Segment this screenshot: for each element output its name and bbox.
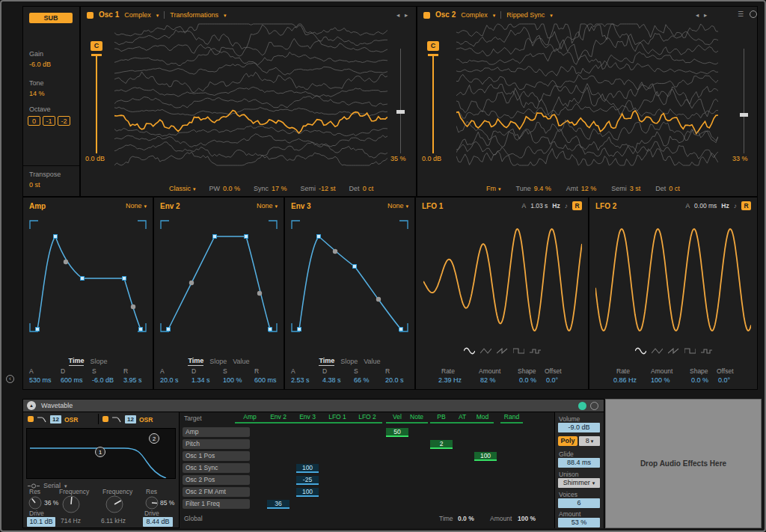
sub-transpose-value[interactable]: 0 st [29, 181, 40, 189]
filter2-freq-value[interactable]: 6.11 kHz [101, 517, 126, 525]
note-icon[interactable]: ♪ [734, 202, 737, 210]
poly-voices-dropdown[interactable]: 8▾ [579, 436, 600, 446]
lfo2-amount-value[interactable]: 100 % [651, 376, 670, 385]
lfo1-rate-value[interactable]: 2.39 Hz [438, 376, 462, 385]
lfo-shape-sine-icon[interactable] [635, 347, 646, 355]
lfo-shape-square-icon[interactable] [513, 347, 524, 355]
osc2-gain-fader[interactable] [432, 55, 434, 153]
osc1-semi-value[interactable]: -12 st [319, 185, 336, 193]
lfo1-hz-toggle[interactable]: Hz [552, 202, 560, 210]
sub-octave-minus2-button[interactable]: -2 [58, 116, 70, 126]
osc1-wavetable-dropdown[interactable]: Transformations [170, 11, 218, 19]
env2-a-value[interactable]: 20.0 s [160, 376, 179, 385]
matrix-cell-osc1pos-mod[interactable]: 100 [474, 452, 497, 461]
lfo2-wave-display[interactable] [595, 220, 751, 343]
drop-audio-effects-area[interactable]: Drop Audio Effects Here [605, 399, 762, 528]
lfo1-attack-value[interactable]: 1.03 s [530, 202, 548, 210]
osc2-det-value[interactable]: 0 ct [669, 185, 680, 193]
filter-routing-dropdown[interactable]: Serial [43, 482, 61, 490]
filter2-marker[interactable]: 2 [153, 435, 156, 442]
osc2-wavetable-dropdown[interactable]: Ripped Sync [506, 11, 545, 19]
device-collapse-toggle-icon[interactable]: ‹ [6, 375, 14, 383]
osc2-enable-toggle[interactable] [423, 12, 430, 19]
matrix-row-osc2-fm-amt[interactable]: Osc 2 FM Amt [183, 487, 250, 497]
env2-routing-dropdown[interactable]: None [257, 202, 273, 210]
filter2-slope-toggle[interactable]: 12 [125, 415, 136, 424]
amp-a-value[interactable]: 530 ms [29, 376, 52, 385]
osc2-gain-value[interactable]: 0.0 dB [422, 155, 441, 163]
matrix-row-osc1-sync[interactable]: Osc 1 Sync [183, 463, 250, 473]
osc1-det-value[interactable]: 0 ct [363, 185, 374, 193]
osc1-gain-value[interactable]: 0.0 dB [85, 155, 105, 163]
tab-slope[interactable]: Slope [340, 357, 358, 366]
lfo1-retrigger-button[interactable]: R [572, 201, 582, 210]
tab-slope[interactable]: Slope [209, 357, 227, 366]
matrix-row-filter1-freq[interactable]: Filter 1 Freq [183, 499, 250, 509]
sub-octave-0-button[interactable]: 0 [28, 116, 40, 126]
env3-display[interactable] [289, 215, 411, 353]
volume-value[interactable]: -9.0 dB [558, 423, 600, 432]
matrix-col-at[interactable]: AT [451, 413, 474, 424]
osc2-wavetable-display[interactable] [456, 22, 718, 171]
filter1-freq-knob[interactable] [61, 494, 82, 515]
env2-s-value[interactable]: 100 % [223, 376, 242, 385]
osc1-note-box[interactable]: C [91, 41, 102, 51]
env2-r-value[interactable]: 600 ms [254, 376, 277, 385]
osc2-tune-value[interactable]: 9.4 % [534, 185, 551, 193]
amp-r-value[interactable]: 3.95 s [123, 376, 142, 385]
note-icon[interactable]: ♪ [565, 202, 568, 210]
tab-value[interactable]: Value [364, 357, 380, 366]
osc1-wavetable-display[interactable] [114, 22, 387, 171]
menu-icon[interactable]: ☰ [738, 10, 744, 19]
save-preset-icon[interactable] [590, 402, 598, 410]
osc1-gain-fader-handle[interactable] [91, 54, 102, 56]
env3-r-value[interactable]: 20.0 s [385, 376, 404, 385]
matrix-row-amp[interactable]: Amp [183, 427, 250, 437]
lfo2-hz-toggle[interactable]: Hz [721, 202, 729, 210]
matrix-time-value[interactable]: 0.0 % [458, 515, 474, 522]
osc2-position-value[interactable]: 33 % [732, 155, 748, 163]
osc2-gain-fader-handle[interactable] [428, 54, 438, 56]
osc2-category-dropdown[interactable]: Complex [461, 11, 488, 19]
tab-time[interactable]: Time [69, 356, 85, 366]
matrix-col-rand[interactable]: Rand [500, 413, 523, 424]
lfo2-attack-value[interactable]: 0.00 ms [694, 202, 717, 210]
osc1-position-slider-handle[interactable] [396, 110, 405, 114]
amp-d-value[interactable]: 600 ms [61, 376, 83, 385]
sub-gain-value[interactable]: -6.0 dB [29, 61, 51, 69]
matrix-row-pitch[interactable]: Pitch [183, 439, 250, 449]
matrix-cell-amp-vel[interactable]: 50 [386, 428, 408, 437]
osc2-note-box[interactable]: C [427, 41, 439, 51]
sub-toggle-button[interactable]: SUB [29, 13, 73, 23]
filter1-drive-value[interactable]: 10.1 dB [27, 517, 55, 527]
lfo-shape-random-icon[interactable] [701, 347, 712, 355]
wavetable-next-icon[interactable]: ▸ [704, 11, 707, 19]
osc2-amt-value[interactable]: 12 % [581, 185, 597, 193]
device-fold-icon[interactable]: ▲ [27, 401, 36, 410]
lowpass-filter-icon[interactable] [111, 415, 122, 424]
options-icon[interactable] [750, 10, 757, 18]
filter2-enable-toggle[interactable] [102, 416, 108, 422]
amp-s-value[interactable]: -6.0 dB [92, 376, 114, 385]
filter2-freq-knob[interactable] [104, 494, 125, 515]
tab-time[interactable]: Time [319, 356, 334, 366]
lfo-shape-triangle-icon[interactable] [652, 347, 663, 355]
lfo2-shape-value[interactable]: 0.0 % [691, 376, 708, 385]
unison-mode-dropdown[interactable]: Shimmer▾ [558, 478, 600, 488]
glide-value[interactable]: 88.4 ms [558, 458, 600, 468]
osc1-position-value[interactable]: 35 % [390, 155, 406, 163]
filter1-slope-toggle[interactable]: 12 [50, 415, 61, 424]
filter1-marker[interactable]: 1 [99, 449, 102, 456]
wavetable-prev-icon[interactable]: ◂ [696, 11, 699, 19]
env2-d-value[interactable]: 1.34 s [192, 376, 210, 385]
filter2-res-knob[interactable] [144, 495, 159, 510]
osc1-sync-value[interactable]: 17 % [272, 185, 287, 193]
voices-value[interactable]: 6 [558, 498, 600, 508]
matrix-cell-osc2fm-env3[interactable]: 100 [296, 488, 319, 497]
matrix-col-env2[interactable]: Env 2 [263, 413, 293, 424]
filter2-drive-value[interactable]: 8.44 dB [143, 517, 173, 527]
matrix-col-lfo1[interactable]: LFO 1 [322, 413, 352, 424]
matrix-col-pb[interactable]: PB [430, 413, 453, 424]
osc1-mode-dropdown[interactable]: Classic [169, 185, 191, 193]
filter-display[interactable]: 1 2 [26, 428, 176, 479]
